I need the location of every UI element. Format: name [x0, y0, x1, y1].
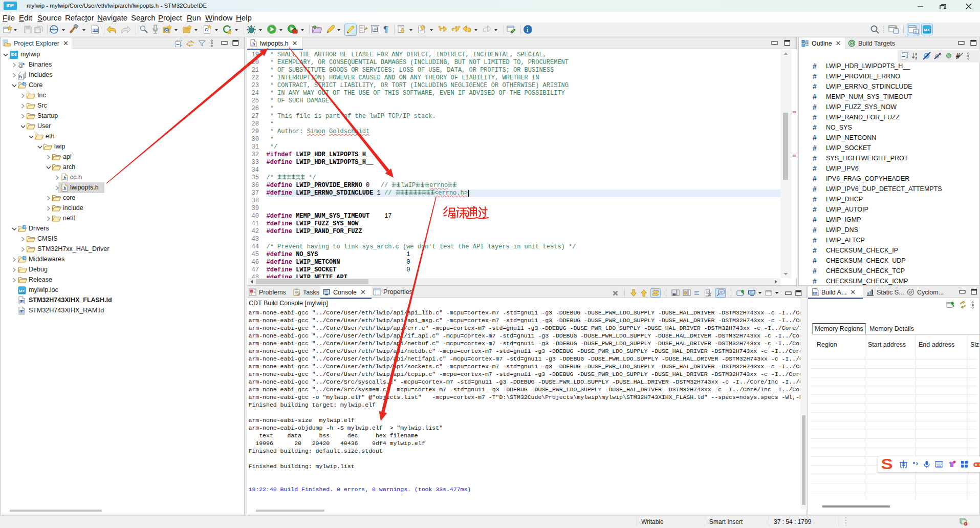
svg-text:010: 010 — [814, 292, 818, 295]
svg-text:C: C — [205, 27, 208, 32]
svg-text:C: C — [24, 82, 26, 86]
svg-text:C: C — [914, 30, 917, 34]
svg-text:MX: MX — [924, 28, 930, 32]
svg-text:z: z — [916, 56, 918, 60]
svg-text:010: 010 — [93, 29, 98, 32]
svg-text:C: C — [24, 256, 26, 260]
svg-text:C: C — [24, 225, 26, 229]
svg-text:C: C — [165, 29, 168, 32]
svg-text:h: h — [19, 74, 22, 79]
svg-text:MX: MX — [19, 289, 25, 293]
